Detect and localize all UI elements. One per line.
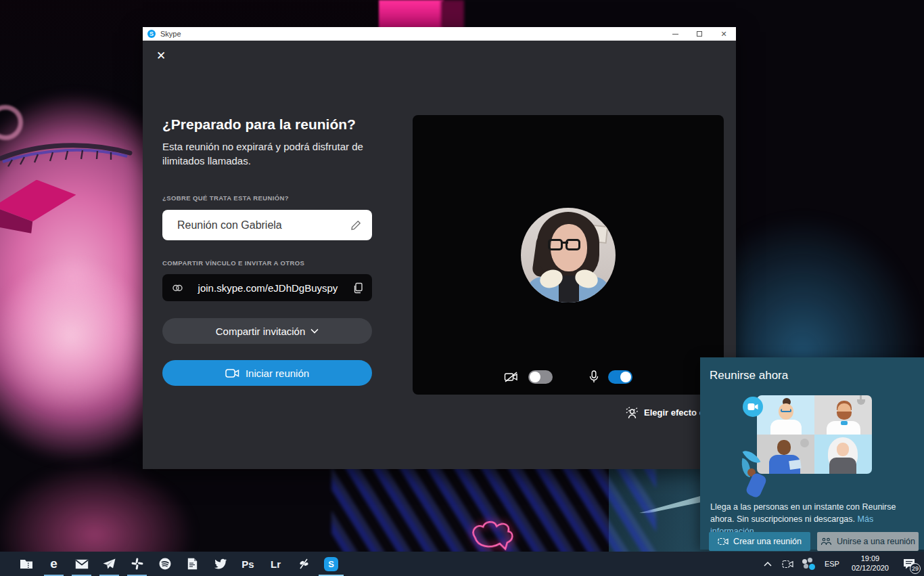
meet-now-text-line2: Sin suscripciones ni descargas. [737, 514, 855, 524]
language-indicator[interactable]: ESP [821, 560, 844, 568]
taskbar-item-photoshop[interactable]: Ps [234, 552, 262, 576]
desktop: S Skype ✕ ✕ ¿Preparado para la reunión? … [0, 0, 924, 576]
people-icon [821, 537, 832, 546]
create-meeting-label: Crear una reunión [733, 537, 802, 546]
tray-app-notification-icon[interactable] [800, 552, 816, 576]
meeting-topic-field[interactable] [162, 210, 372, 240]
tray-date: 02/12/2020 [852, 564, 889, 572]
join-meeting-button[interactable]: Unirse a una reunión [817, 532, 919, 551]
wallpaper-closed-eye [0, 133, 139, 180]
taskbar-item-notes[interactable] [179, 552, 206, 576]
meeting-dialog: ✕ ¿Preparado para la reunión? Esta reuni… [143, 41, 736, 469]
start-meeting-button[interactable]: Iniciar reunión [162, 360, 372, 386]
illustration-person-3 [757, 435, 814, 474]
avatar-glasses-bridge [561, 242, 568, 244]
background-effect-icon [626, 406, 639, 419]
mail-icon [75, 559, 89, 569]
window-titlebar: S Skype ✕ [143, 27, 736, 41]
tray-meet-now-icon[interactable] [780, 552, 796, 576]
taskbar-item-twitter[interactable] [206, 552, 234, 576]
camera-toggle[interactable] [528, 370, 553, 384]
action-center-button[interactable]: 29 [897, 552, 921, 576]
illustration-person-2 [814, 395, 872, 435]
wallpaper-magenta-strip [379, 0, 444, 28]
video-preview [413, 115, 724, 395]
meet-now-title: Reunirse ahora [710, 369, 788, 382]
maximize-icon [697, 31, 702, 37]
illustration-person-4 [814, 435, 872, 474]
taskbar-item-telegram[interactable] [95, 552, 123, 576]
tray-chevron-up-icon[interactable] [760, 552, 776, 576]
meet-now-illustration [700, 389, 924, 495]
meeting-link-field[interactable]: join.skype.com/eJDhDgBuyspy [162, 274, 372, 301]
taskbar-item-mail[interactable] [68, 552, 95, 576]
taskbar-item-edge[interactable]: e [40, 552, 68, 576]
telegram-icon [103, 558, 116, 570]
avatar-glasses [548, 239, 563, 250]
microphone-toggle-knob [620, 372, 631, 382]
skype-logo-icon: S [147, 30, 156, 38]
taskbar-item-skype[interactable]: S [317, 552, 345, 576]
avatar-glasses [565, 239, 580, 250]
window-title: Skype [160, 30, 663, 38]
meeting-link-text: join.skype.com/eJDhDgBuyspy [183, 282, 352, 294]
minimize-button[interactable] [663, 27, 687, 41]
chevron-down-icon [310, 328, 319, 334]
document-icon [187, 558, 198, 570]
maximize-button[interactable] [687, 27, 712, 41]
twitter-icon [214, 558, 227, 569]
avatar [521, 208, 616, 303]
camera-off-icon [504, 371, 519, 383]
taskbar-item-plant-app[interactable] [290, 552, 317, 576]
share-invitation-label: Compartir invitación [216, 326, 306, 337]
share-link-label: COMPARTIR VÍNCULO E INVITAR A OTROS [162, 259, 304, 267]
notification-badge: 29 [910, 563, 921, 574]
camera-badge-icon [743, 397, 763, 417]
microphone-toggle[interactable] [608, 370, 632, 384]
dialog-heading: ¿Preparado para la reunión? [162, 116, 386, 133]
slack-icon [131, 558, 143, 570]
taskbar-item-spotify[interactable] [151, 552, 179, 576]
create-meeting-button[interactable]: Crear una reunión [709, 532, 810, 551]
taskbar-apps: e [12, 552, 345, 576]
taskbar-item-slack[interactable] [123, 552, 151, 576]
share-invitation-button[interactable]: Compartir invitación [162, 318, 372, 344]
preview-controls [413, 370, 724, 384]
link-icon [172, 282, 183, 294]
tray-time: 19:09 [861, 554, 880, 562]
minimize-icon [672, 34, 678, 35]
system-tray: ESP 19:09 02/12/2020 29 [760, 552, 921, 576]
taskbar-item-lightroom[interactable]: Lr [262, 552, 290, 576]
tray-colored-dots-icon [802, 558, 814, 570]
spotify-icon [159, 558, 171, 570]
meet-now-popup: Reunirse ahora [700, 357, 924, 550]
wallpaper-magenta-strip-dark [441, 0, 464, 28]
plant-icon [298, 558, 310, 570]
photoshop-icon: Ps [241, 558, 254, 570]
file-explorer-icon [20, 558, 33, 569]
skype-window: S Skype ✕ ✕ ¿Preparado para la reunión? … [143, 27, 736, 469]
edge-icon: e [50, 556, 57, 571]
taskbar-item-file-explorer[interactable] [12, 552, 40, 576]
meeting-topic-input[interactable] [162, 219, 350, 231]
microphone-icon [589, 370, 599, 384]
clock[interactable]: 19:09 02/12/2020 [848, 554, 893, 573]
illustration-person-1 [757, 395, 814, 435]
close-button[interactable]: ✕ [712, 27, 736, 41]
lightroom-icon: Lr [271, 558, 281, 570]
video-camera-icon [225, 368, 239, 378]
dialog-close-icon[interactable]: ✕ [156, 49, 166, 63]
join-meeting-label: Unirse a una reunión [837, 537, 915, 546]
skype-taskbar-icon: S [324, 557, 338, 571]
copy-icon[interactable] [352, 282, 364, 294]
start-meeting-label: Iniciar reunión [246, 368, 309, 379]
edit-pencil-icon [350, 220, 361, 231]
camera-toggle-knob [530, 372, 540, 382]
camera-outline-icon [718, 537, 729, 546]
topic-label: ¿SOBRE QUÉ TRATA ESTA REUNIÓN? [162, 194, 289, 202]
video-grid-illustration [757, 395, 872, 474]
dialog-description: Esta reunión no expirará y podrá disfrut… [162, 139, 376, 169]
taskbar: e [0, 552, 924, 576]
